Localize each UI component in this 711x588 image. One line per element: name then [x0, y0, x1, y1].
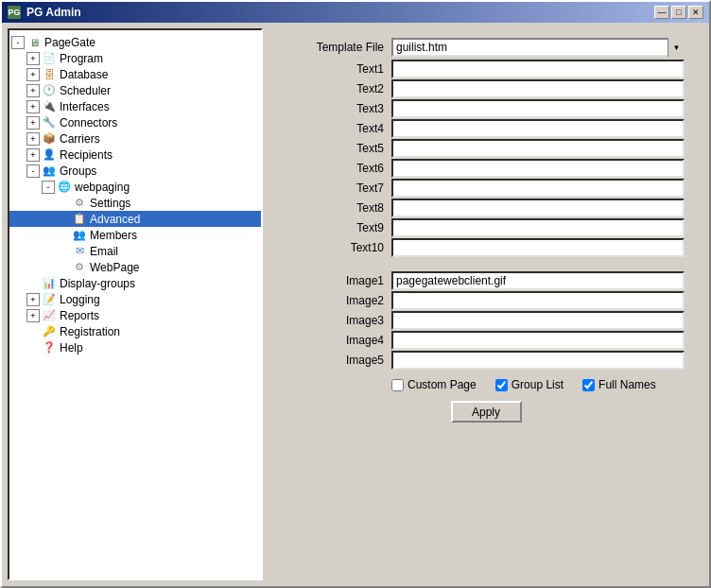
sidebar-item-advanced[interactable]: 📋Advanced [9, 211, 261, 227]
sidebar-item-interfaces[interactable]: +🔌Interfaces [9, 98, 261, 114]
carriers-icon: 📦 [42, 131, 57, 147]
sidebar-label-database: Database [60, 68, 108, 81]
text-input-5[interactable] [391, 139, 685, 158]
full-names-checkbox[interactable] [582, 379, 595, 391]
text-input-6[interactable] [391, 159, 685, 178]
sidebar-label-email: Email [90, 245, 118, 258]
sidebar-item-webpage[interactable]: ⚙WebPage [9, 259, 261, 275]
image-input-5[interactable] [391, 351, 685, 370]
checkboxes-row: Custom Page Group List Full Names [391, 378, 685, 391]
sidebar-label-webpage: WebPage [90, 261, 139, 274]
text-label-9: Text9 [287, 221, 391, 234]
text-label-1: Text1 [287, 62, 391, 76]
sidebar-item-webpaging[interactable]: -🌐webpaging [9, 179, 261, 195]
image-field-row-4: Image4 [287, 331, 685, 350]
sidebar-item-email[interactable]: ✉Email [9, 243, 261, 259]
text-label-5: Text5 [287, 142, 391, 155]
app-icon: PG [8, 6, 21, 19]
members-icon: 👥 [72, 228, 87, 243]
image-input-2[interactable] [391, 291, 685, 310]
sidebar-item-database[interactable]: +🗄Database [9, 66, 261, 82]
settings-icon: ⚙ [72, 196, 87, 211]
text-input-1[interactable] [391, 60, 685, 78]
sidebar-label-groups: Groups [60, 164, 96, 178]
tree-expander-webpaging[interactable]: - [42, 181, 55, 194]
text-field-row-4: Text4 [287, 119, 685, 138]
sidebar-item-reports[interactable]: +📈Reports [9, 307, 261, 323]
sidebar-item-connectors[interactable]: +🔧Connectors [9, 114, 261, 130]
template-file-row: Template File guilist.htm ▼ [287, 38, 685, 57]
text-label-8: Text8 [287, 201, 391, 215]
sidebar-item-registration[interactable]: 🔑Registration [9, 323, 261, 339]
text-input-9[interactable] [391, 218, 685, 237]
sidebar-label-logging: Logging [60, 293, 100, 306]
title-bar-left: PG PG Admin [8, 6, 81, 19]
sidebar-item-carriers[interactable]: +📦Carriers [9, 130, 261, 147]
text-field-row-2: Text2 [287, 79, 685, 98]
sidebar-label-interfaces: Interfaces [60, 100, 110, 113]
text-input-8[interactable] [391, 199, 685, 217]
image-input-1[interactable] [391, 271, 685, 290]
apply-button[interactable]: Apply [451, 401, 522, 423]
tree-expander-recipients[interactable]: + [26, 148, 40, 162]
image-input-4[interactable] [391, 331, 685, 350]
tree-expander-database[interactable]: + [26, 68, 40, 81]
image-label-2: Image2 [287, 294, 391, 307]
tree-expander-logging[interactable]: + [26, 293, 40, 306]
text-label-10: Text10 [287, 241, 391, 254]
sidebar-item-help[interactable]: ❓Help [9, 339, 261, 355]
sidebar-item-pagegate[interactable]: -🖥PageGate [9, 34, 261, 50]
custom-page-checkbox-item[interactable]: Custom Page [391, 378, 477, 391]
text-label-3: Text3 [287, 102, 391, 115]
sidebar-item-display-groups[interactable]: 📊Display-groups [9, 275, 261, 291]
image-field-row-1: Image1 [287, 271, 685, 290]
tree-expander-connectors[interactable]: + [26, 116, 40, 130]
help-icon: ❓ [42, 340, 57, 355]
minimize-button[interactable]: — [654, 6, 669, 19]
text-field-row-8: Text8 [287, 199, 685, 217]
text-input-3[interactable] [391, 99, 685, 118]
main-panel: Template File guilist.htm ▼ Text1Text2Te… [269, 28, 703, 580]
text-input-4[interactable] [391, 119, 685, 138]
sidebar-tree[interactable]: -🖥PageGate+📄Program+🗄Database+🕐Scheduler… [8, 28, 263, 580]
sidebar-item-scheduler[interactable]: +🕐Scheduler [9, 82, 261, 98]
group-list-checkbox-item[interactable]: Group List [495, 378, 564, 391]
sidebar-label-scheduler: Scheduler [60, 84, 111, 97]
tree-expander-groups[interactable]: - [26, 164, 40, 178]
text-input-7[interactable] [391, 179, 685, 198]
tree-expander-pagegate[interactable]: - [11, 36, 25, 49]
text-input-10[interactable] [391, 238, 685, 257]
sidebar-label-webpaging: webpaging [75, 181, 130, 194]
sidebar-label-reports: Reports [60, 309, 99, 322]
full-names-checkbox-item[interactable]: Full Names [582, 378, 656, 391]
tree-expander-program[interactable]: + [26, 52, 40, 65]
tree-expander-carriers[interactable]: + [26, 132, 40, 146]
sidebar-item-groups[interactable]: -👥Groups [9, 163, 261, 179]
tree-expander-interfaces[interactable]: + [26, 100, 40, 113]
image-field-row-3: Image3 [287, 311, 685, 330]
template-file-select-wrapper[interactable]: guilist.htm ▼ [391, 38, 685, 57]
tree-expander-scheduler[interactable]: + [26, 84, 40, 97]
text-field-row-7: Text7 [287, 179, 685, 198]
sidebar-item-program[interactable]: +📄Program [9, 50, 261, 66]
image-field-row-2: Image2 [287, 291, 685, 310]
sidebar-item-settings[interactable]: ⚙Settings [9, 195, 261, 211]
display-groups-icon: 📊 [42, 276, 57, 291]
close-button[interactable]: ✕ [688, 6, 703, 19]
text-field-row-9: Text9 [287, 218, 685, 237]
image-input-3[interactable] [391, 311, 685, 330]
sidebar-item-logging[interactable]: +📝Logging [9, 291, 261, 307]
custom-page-checkbox[interactable] [391, 379, 404, 391]
sidebar-label-connectors: Connectors [60, 116, 117, 130]
maximize-button[interactable]: □ [671, 6, 686, 19]
text-input-2[interactable] [391, 79, 685, 98]
group-list-checkbox[interactable] [495, 379, 508, 391]
connectors-icon: 🔧 [42, 115, 57, 130]
text-field-row-10: Text10 [287, 238, 685, 257]
sidebar-item-members[interactable]: 👥Members [9, 227, 261, 243]
tree-expander-reports[interactable]: + [26, 309, 40, 322]
sidebar-item-recipients[interactable]: +👤Recipients [9, 147, 261, 163]
template-file-select[interactable]: guilist.htm [391, 38, 685, 57]
text-label-4: Text4 [287, 122, 391, 135]
text-field-row-6: Text6 [287, 159, 685, 178]
